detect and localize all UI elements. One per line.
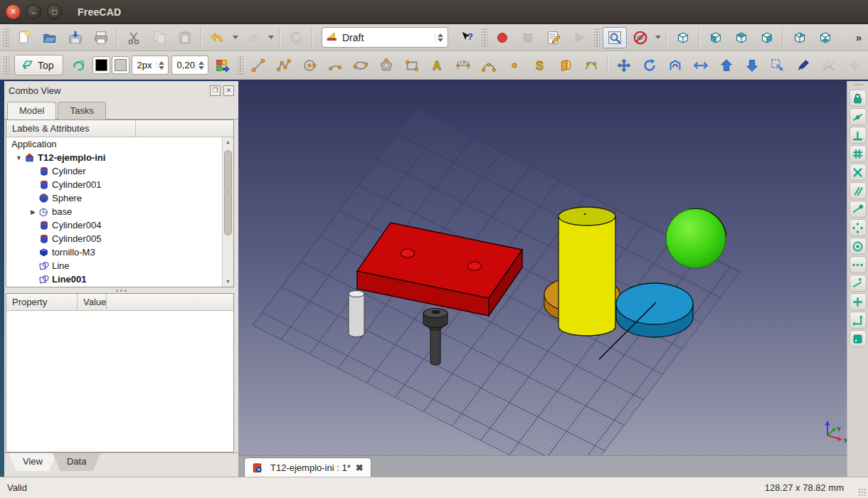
draft-circle-button[interactable] — [297, 55, 322, 76]
spin-arrows[interactable] — [156, 61, 166, 70]
working-plane-button[interactable]: Top — [14, 55, 63, 75]
expander-icon[interactable]: ▶ — [28, 208, 38, 216]
snap-near-toggle[interactable] — [850, 275, 867, 292]
window-minimize-button[interactable]: – — [26, 4, 41, 19]
snap-endpoint-toggle[interactable] — [850, 201, 867, 218]
text-size-spinbox[interactable]: 0,20 — [171, 55, 208, 75]
window-close-button[interactable]: ✕ — [6, 4, 21, 19]
draft-upgrade-button[interactable] — [714, 55, 739, 76]
draft-ellipse-button[interactable] — [349, 55, 373, 76]
draft-bezier-button[interactable] — [579, 55, 603, 76]
save-document-button[interactable] — [63, 27, 88, 48]
draft-move-button[interactable] — [612, 55, 636, 76]
tree-item-application[interactable]: Application — [6, 137, 222, 151]
snap-ortho-toggle[interactable] — [850, 293, 867, 310]
view-fit-all-button[interactable] — [603, 27, 627, 48]
draft-facebinder-button[interactable] — [554, 55, 578, 76]
draft-point-button[interactable] — [502, 55, 526, 76]
scroll-thumb[interactable] — [224, 150, 232, 235]
cylinder005-object[interactable] — [559, 207, 615, 336]
3d-viewport[interactable]: Y X — [238, 81, 847, 455]
tree-item-cylinder004[interactable]: Cylinder004 — [6, 218, 222, 232]
view-axonometric-button[interactable] — [671, 27, 695, 48]
scroll-up-arrow[interactable]: ▲ — [223, 137, 233, 147]
tab-model[interactable]: Model — [7, 102, 56, 120]
redo-history-dropdown[interactable] — [266, 27, 276, 48]
draft-shapestring-button[interactable]: S — [528, 55, 552, 76]
construction-mode-button[interactable] — [67, 55, 91, 76]
toolbar-handle[interactable] — [482, 28, 487, 47]
cylinder-pin-object[interactable] — [349, 291, 364, 337]
tree-item-cylinder001[interactable]: Cylinder001 — [6, 178, 222, 191]
draft-wire-button[interactable] — [272, 55, 296, 76]
snap-working-plane-toggle[interactable] — [850, 330, 867, 347]
line-width-spinbox[interactable]: 2px — [132, 55, 169, 75]
macro-play-button[interactable] — [567, 27, 591, 48]
workbench-selector[interactable]: Draft — [322, 27, 448, 48]
snap-extension-toggle[interactable] — [850, 256, 867, 273]
toolbar-handle[interactable] — [594, 28, 600, 47]
snap-lock-toggle[interactable] — [850, 90, 867, 107]
draft-bspline-button[interactable] — [477, 55, 501, 76]
draft-edit-button[interactable] — [791, 55, 815, 76]
draft-polygon-button[interactable] — [374, 55, 398, 76]
new-document-button[interactable] — [12, 27, 36, 48]
tree-item-cylinder005[interactable]: Cylinder005 — [6, 232, 222, 245]
draft-add-point-button[interactable] — [842, 55, 867, 76]
snap-grid-toggle[interactable] — [850, 145, 867, 162]
draft-dimension-button[interactable]: 1.00 — [451, 55, 475, 76]
line-color-swatch[interactable] — [92, 56, 110, 74]
tree-item-tornillo-m3[interactable]: tornillo-M3 — [6, 245, 222, 259]
macro-record-button[interactable] — [490, 27, 514, 48]
draft-trimex-button[interactable] — [689, 55, 713, 76]
view-bottom-button[interactable] — [813, 27, 837, 48]
toolbar-overflow-row1[interactable]: » — [851, 31, 867, 43]
whats-this-button[interactable]: ? — [455, 27, 479, 48]
tree-item-cylinder[interactable]: Cylinder — [6, 164, 222, 178]
view-rear-button[interactable] — [788, 27, 812, 48]
toolbar-handle[interactable] — [853, 83, 863, 87]
cylinder-blue-object[interactable] — [616, 283, 693, 337]
snap-parallel-toggle[interactable] — [850, 182, 867, 199]
panel-splitter[interactable] — [4, 287, 238, 293]
face-color-swatch[interactable] — [112, 56, 129, 74]
open-document-button[interactable] — [38, 27, 62, 48]
draft-offset-button[interactable] — [663, 55, 687, 76]
macro-edit-button[interactable] — [541, 27, 566, 48]
undo-history-dropdown[interactable] — [231, 27, 240, 48]
view-front-button[interactable] — [704, 27, 728, 48]
tree-item-base[interactable]: ▶base — [6, 205, 222, 218]
snap-midpoint-toggle[interactable] — [850, 108, 867, 125]
tab-view[interactable]: View — [9, 453, 57, 471]
snap-intersection-toggle[interactable] — [850, 164, 867, 181]
draft-rotate-button[interactable] — [637, 55, 662, 76]
dock-close-button[interactable]: ✕ — [223, 85, 234, 96]
cut-button[interactable] — [122, 27, 146, 48]
dock-float-button[interactable]: ❐ — [210, 85, 221, 96]
draft-scale-button[interactable] — [766, 55, 790, 76]
undo-button[interactable] — [206, 27, 230, 48]
draft-arc-button[interactable] — [323, 55, 347, 76]
toolbar-handle[interactable] — [4, 28, 9, 47]
tree-item-t12-ejemplo-ini[interactable]: ▼T12-ejemplo-ini — [6, 151, 222, 164]
copy-button[interactable] — [147, 27, 171, 48]
paste-button[interactable] — [173, 27, 197, 48]
tree-item-sphere[interactable]: Sphere — [6, 191, 222, 205]
view-right-button[interactable] — [755, 27, 779, 48]
tree-scrollbar[interactable]: ▲ ▼ — [222, 137, 233, 287]
document-tab-close-icon[interactable]: ✖ — [356, 462, 364, 473]
resize-grip[interactable] — [858, 488, 867, 497]
toolbar-handle[interactable] — [238, 56, 243, 75]
sphere-object[interactable] — [666, 208, 726, 268]
draw-style-button[interactable] — [628, 27, 652, 48]
macro-stop-button[interactable] — [516, 27, 540, 48]
tab-tasks[interactable]: Tasks — [58, 102, 105, 120]
scroll-down-arrow[interactable]: ▼ — [223, 277, 233, 287]
draft-wire-to-bspline-button[interactable] — [817, 55, 841, 76]
document-tab[interactable]: T12-ejemplo-ini : 1* ✖ — [244, 457, 371, 477]
spin-arrows[interactable] — [196, 61, 206, 70]
draft-downgrade-button[interactable] — [740, 55, 764, 76]
view-top-button[interactable] — [729, 27, 753, 48]
tree-item-line001[interactable]: Line001 — [6, 272, 222, 286]
snap-perpendicular-toggle[interactable] — [850, 127, 867, 144]
